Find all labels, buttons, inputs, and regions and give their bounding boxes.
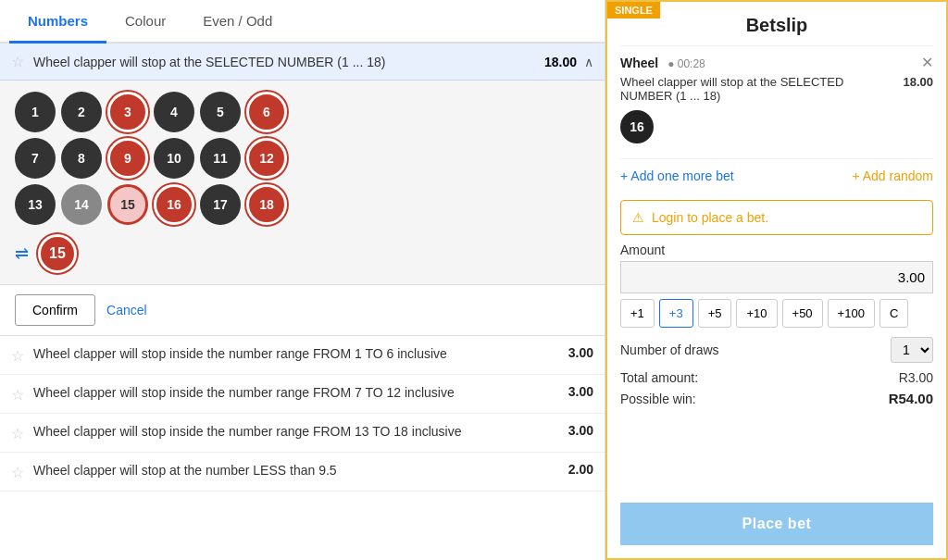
- number-btn-10[interactable]: 10: [154, 138, 194, 179]
- cancel-button[interactable]: Cancel: [106, 303, 147, 317]
- bet-item-odds: 3.00: [568, 423, 593, 438]
- quick-add-btn-plus50[interactable]: +50: [782, 299, 823, 328]
- number-btn-7[interactable]: 7: [15, 138, 56, 179]
- betslip-close-icon[interactable]: ✕: [921, 54, 933, 71]
- number-btn-18[interactable]: 18: [246, 184, 287, 225]
- place-bet-button[interactable]: Place bet: [620, 503, 933, 545]
- betslip-desc-row: Wheel clapper will stop at the SELECTED …: [620, 75, 933, 103]
- quick-add-btn-plus10[interactable]: +10: [736, 299, 777, 328]
- number-btn-4[interactable]: 4: [154, 92, 194, 132]
- selected-bet-label: Wheel clapper will stop at the SELECTED …: [33, 55, 535, 69]
- betslip-odds: 18.00: [903, 75, 933, 103]
- tabs-bar: Numbers Colour Even / Odd: [0, 0, 605, 44]
- shuffle-icon[interactable]: ⇌: [15, 243, 29, 264]
- total-row: Total amount: R3.00: [620, 370, 933, 385]
- number-btn-2[interactable]: 2: [61, 92, 102, 132]
- betslip-panel: SINGLE Betslip Wheel ● 00:28 ✕ Wheel cla…: [605, 0, 948, 560]
- number-btn-12[interactable]: 12: [246, 138, 287, 179]
- quick-add-btn-plus5[interactable]: +5: [698, 299, 732, 328]
- selected-bet-header: ☆ Wheel clapper will stop at the SELECTE…: [0, 44, 605, 81]
- left-panel: Numbers Colour Even / Odd ☆ Wheel clappe…: [0, 0, 605, 560]
- betslip-description: Wheel clapper will stop at the SELECTED …: [620, 75, 893, 103]
- login-warning[interactable]: ⚠ Login to place a bet.: [620, 200, 933, 235]
- login-warning-text: Login to place a bet.: [652, 210, 768, 225]
- number-btn-9[interactable]: 9: [107, 138, 148, 179]
- list-item: ☆ Wheel clapper will stop at the number …: [0, 453, 605, 492]
- betslip-footer: Place bet: [607, 503, 946, 558]
- number-btn-17[interactable]: 17: [200, 184, 241, 225]
- draws-select[interactable]: 1 2 3: [891, 337, 933, 363]
- number-grid: 123456789101112131415161718: [15, 92, 590, 225]
- star-icon[interactable]: ☆: [11, 425, 24, 442]
- tab-even-odd[interactable]: Even / Odd: [184, 0, 291, 42]
- draws-label: Number of draws: [620, 342, 719, 357]
- number-btn-14[interactable]: 14: [61, 184, 102, 225]
- bet-item-odds: 2.00: [568, 462, 593, 477]
- star-icon[interactable]: ☆: [11, 53, 24, 70]
- betslip-game-info: Wheel ● 00:28: [620, 56, 705, 70]
- quick-add-btn-plus3[interactable]: +3: [659, 299, 693, 328]
- betslip-body: Wheel ● 00:28 ✕ Wheel clapper will stop …: [607, 45, 946, 503]
- confirm-row: Confirm Cancel: [0, 285, 605, 336]
- bet-item-label: Wheel clapper will stop inside the numbe…: [33, 384, 559, 403]
- bet-item-odds: 3.00: [568, 384, 593, 399]
- star-icon[interactable]: ☆: [11, 347, 24, 365]
- star-icon[interactable]: ☆: [11, 464, 24, 481]
- number-btn-8[interactable]: 8: [61, 138, 102, 179]
- win-value: R54.00: [889, 391, 933, 406]
- quick-add-btn-C[interactable]: C: [879, 299, 908, 328]
- tab-numbers[interactable]: Numbers: [9, 0, 106, 42]
- win-label: Possible win:: [620, 392, 696, 406]
- bet-item-label: Wheel clapper will stop inside the numbe…: [33, 423, 559, 442]
- chevron-up-icon[interactable]: ∧: [584, 55, 593, 69]
- bet-list: ☆ Wheel clapper will stop inside the num…: [0, 336, 605, 560]
- confirm-button[interactable]: Confirm: [15, 294, 95, 326]
- single-badge: SINGLE: [607, 2, 660, 19]
- add-bet-row: + Add one more bet + Add random: [620, 158, 933, 193]
- number-btn-1[interactable]: 1: [15, 92, 56, 132]
- selected-number-badge: 15: [38, 234, 77, 273]
- bet-item-label: Wheel clapper will stop inside the numbe…: [33, 345, 559, 364]
- draws-row: Number of draws 1 2 3: [620, 337, 933, 363]
- number-btn-11[interactable]: 11: [200, 138, 241, 179]
- selected-bet-odds: 18.00: [544, 55, 577, 69]
- bet-item-odds: 3.00: [568, 345, 593, 360]
- betslip-item-header: Wheel ● 00:28 ✕: [620, 54, 933, 71]
- warning-icon: ⚠: [632, 210, 644, 225]
- list-item: ☆ Wheel clapper will stop inside the num…: [0, 414, 605, 453]
- quick-add-btn-plus1[interactable]: +1: [620, 299, 655, 328]
- betslip-game-name: Wheel: [620, 56, 658, 70]
- number-btn-5[interactable]: 5: [200, 92, 241, 132]
- total-label: Total amount:: [620, 370, 698, 385]
- number-btn-13[interactable]: 13: [15, 184, 56, 225]
- selected-display: ⇌ 15: [15, 234, 590, 273]
- win-row: Possible win: R54.00: [620, 391, 933, 406]
- quick-add-btn-plus100[interactable]: +100: [828, 299, 875, 328]
- amount-label: Amount: [620, 243, 933, 257]
- number-btn-16[interactable]: 16: [154, 184, 194, 225]
- number-grid-container: 123456789101112131415161718 ⇌ 15: [0, 81, 605, 285]
- betslip-item: Wheel ● 00:28 ✕ Wheel clapper will stop …: [620, 45, 933, 158]
- amount-input[interactable]: [621, 262, 932, 292]
- betslip-timer: ● 00:28: [667, 57, 705, 70]
- amount-input-row: [620, 261, 933, 293]
- number-btn-6[interactable]: 6: [246, 92, 287, 132]
- list-item: ☆ Wheel clapper will stop inside the num…: [0, 375, 605, 414]
- add-one-more-bet-link[interactable]: + Add one more bet: [620, 168, 734, 183]
- number-btn-3[interactable]: 3: [107, 92, 148, 132]
- tab-colour[interactable]: Colour: [106, 0, 184, 42]
- total-value: R3.00: [899, 370, 933, 385]
- betslip-selected-num: 16: [620, 110, 654, 143]
- number-btn-15[interactable]: 15: [107, 184, 148, 225]
- quick-add-row: +1+3+5+10+50+100C: [620, 299, 933, 328]
- add-random-link[interactable]: + Add random: [852, 168, 933, 183]
- star-icon[interactable]: ☆: [11, 386, 24, 404]
- bet-item-label: Wheel clapper will stop at the number LE…: [33, 462, 559, 480]
- list-item: ☆ Wheel clapper will stop inside the num…: [0, 336, 605, 375]
